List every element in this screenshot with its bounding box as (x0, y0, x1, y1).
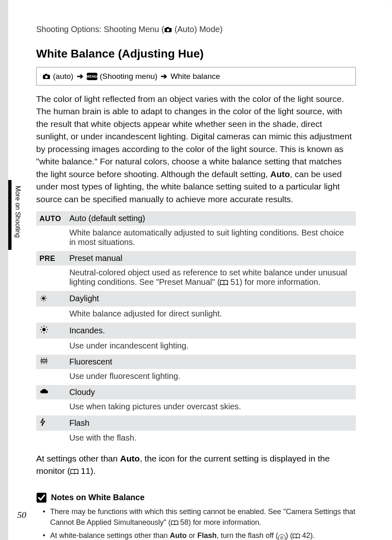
table-row: AUTO Auto (default setting) (36, 211, 356, 226)
table-row: Cloudy (36, 385, 356, 399)
svg-line-13 (46, 332, 47, 332)
option-icon-pre: PRE (36, 251, 65, 265)
svg-rect-4 (45, 74, 47, 75)
breadcrumb: Shooting Options: Shooting Menu ( (Auto)… (36, 25, 356, 34)
menu-chip-icon: MENU (87, 73, 97, 80)
table-row: White balance automatically adjusted to … (36, 226, 356, 251)
svg-point-2 (167, 29, 169, 31)
intro-text-1: The color of light reflected from an obj… (36, 94, 352, 179)
notes-section: Notes on White Balance There may be func… (36, 492, 356, 540)
svg-rect-1 (166, 27, 169, 28)
option-label: Cloudy (65, 385, 356, 399)
camera-icon (164, 27, 172, 32)
navigation-path: (auto) ➔ MENU (Shooting menu) ➔ White ba… (36, 67, 356, 85)
check-badge-icon (36, 492, 47, 503)
flash-off-icon: ⊘ (278, 534, 286, 540)
list-item: At white-balance settings other than Aut… (44, 530, 356, 540)
table-row: Neutral-colored object used as reference… (36, 265, 356, 291)
svg-line-15 (46, 327, 47, 328)
footer-paragraph: At settings other than Auto, the icon fo… (36, 452, 356, 478)
option-icon-incandescent (36, 323, 65, 339)
option-desc: Use under fluorescent lighting. (65, 369, 356, 385)
option-desc: Use when taking pictures under overcast … (65, 399, 356, 415)
svg-line-12 (41, 327, 42, 328)
table-row: ☀ Daylight (36, 291, 356, 307)
page-title: White Balance (Adjusting Hue) (36, 47, 356, 60)
intro-bold-auto: Auto (270, 169, 290, 179)
option-icon-flash (36, 415, 65, 431)
table-row: Flash (36, 415, 356, 431)
table-row: Use under incandescent lighting. (36, 339, 356, 355)
path-seg-auto: (auto) (53, 72, 74, 81)
option-icon-fluorescent (36, 355, 65, 369)
option-desc: White balance automatically adjusted to … (65, 226, 356, 251)
book-icon (171, 520, 178, 526)
intro-paragraph: The color of light reflected from an obj… (36, 93, 356, 205)
arrow-icon: ➔ (161, 72, 167, 81)
option-icon-auto: AUTO (36, 211, 65, 226)
table-row: Fluorescent (36, 355, 356, 369)
option-desc: Use under incandescent lighting. (65, 339, 356, 355)
table-row: Use under fluorescent lighting. (36, 369, 356, 385)
option-label: Auto (default setting) (65, 211, 356, 226)
notes-title: Notes on White Balance (36, 492, 356, 503)
book-icon (293, 533, 300, 539)
option-icon-daylight: ☀ (36, 291, 65, 307)
svg-line-14 (41, 332, 42, 332)
footer-bold-auto: Auto (120, 454, 140, 463)
breadcrumb-prefix: Shooting Options: Shooting Menu ( (36, 25, 164, 34)
option-label: Flash (65, 415, 356, 431)
camera-icon (42, 74, 51, 79)
table-row: PRE Preset manual (36, 251, 356, 265)
options-table: AUTO Auto (default setting) White balanc… (36, 211, 356, 447)
book-icon (220, 280, 228, 286)
option-desc: Use with the flash. (65, 431, 356, 447)
list-item: There may be functions with which this s… (44, 506, 356, 528)
option-icon-cloudy (36, 385, 65, 399)
page-number: 50 (17, 510, 26, 520)
option-desc: White balance adjusted for direct sunlig… (65, 307, 356, 323)
option-label: Daylight (65, 291, 356, 307)
path-seg-white-balance: White balance (171, 72, 220, 81)
svg-point-5 (45, 76, 48, 78)
table-row: Use when taking pictures under overcast … (36, 399, 356, 415)
table-row: Incandes. (36, 323, 356, 339)
note-bold-flash: Flash (197, 531, 217, 540)
note-bold-auto: Auto (170, 531, 187, 540)
book-icon (70, 469, 78, 475)
side-tab-label: More on Shooting (14, 186, 21, 238)
table-row: Use with the flash. (36, 431, 356, 447)
option-desc: Neutral-colored object used as reference… (65, 265, 356, 291)
side-tab-marker (8, 180, 12, 250)
path-seg-shooting-menu: (Shooting menu) (100, 72, 157, 81)
arrow-icon: ➔ (77, 72, 83, 81)
table-row: White balance adjusted for direct sunlig… (36, 307, 356, 323)
option-label: Incandes. (65, 323, 356, 339)
option-label: Preset manual (65, 251, 356, 265)
breadcrumb-mode: (Auto) Mode) (172, 25, 222, 34)
svg-point-7 (42, 328, 46, 331)
option-label: Fluorescent (65, 355, 356, 369)
